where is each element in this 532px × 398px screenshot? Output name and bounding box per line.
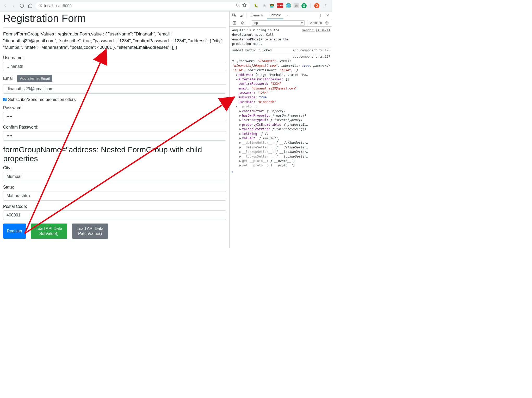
tab-overflow[interactable]: »	[284, 12, 291, 19]
console-sidebar-icon[interactable]	[231, 20, 238, 26]
add-alt-email-button[interactable]: Add alternet Email	[17, 75, 52, 82]
obj-prop[interactable]: email: "dinanathsj29@gmail.com"	[236, 86, 330, 91]
ext-g-icon[interactable]: G	[301, 3, 307, 8]
ext-dev-icon[interactable]: 👨‍💻	[269, 3, 274, 8]
url-port: :5000	[62, 3, 72, 8]
back-button[interactable]	[2, 3, 8, 9]
obj-prop[interactable]: ▶constructor: ƒ Object()	[239, 109, 330, 113]
reload-button[interactable]	[19, 3, 25, 9]
svg-point-6	[325, 7, 326, 7]
log-entry: submit button clicked app.component.ts:1…	[230, 48, 332, 54]
load-patchvalue-button[interactable]: Load API DataPatchValue()	[72, 224, 108, 239]
obj-prop-proto[interactable]: ▼__proto__:	[236, 104, 330, 109]
devtools-panel: Elements Console » ⋮ ✕ top ▾	[229, 11, 332, 248]
ext-globe-icon[interactable]: 🌐	[286, 3, 291, 8]
obj-prop[interactable]: userName: "Dinanath"	[236, 100, 330, 104]
obj-prop[interactable]: ▶get __proto__: ƒ __proto__()	[239, 159, 330, 163]
obj-prop[interactable]: ▶__defineGetter__: ƒ __defineGetter…	[239, 141, 330, 145]
obj-prop[interactable]: ▶address: {city: "Mumbai", state: "Ma…	[236, 73, 330, 77]
log-source-link[interactable]: app.component.ts:126	[291, 48, 331, 53]
svg-line-2	[239, 6, 239, 7]
obj-prop[interactable]: ▶__defineSetter__: ƒ __defineSetter…	[239, 145, 330, 150]
obj-prop[interactable]: ▶hasOwnProperty: ƒ hasOwnProperty()	[239, 113, 330, 118]
star-icon[interactable]	[242, 3, 247, 8]
load-setvalue-button[interactable]: Load API DataSetValue()	[31, 224, 67, 239]
postal-label: Postal Code:	[3, 204, 226, 209]
page-title: Registration Form	[3, 13, 226, 24]
postal-input[interactable]	[3, 210, 226, 220]
ext-worm-icon[interactable]: 🐛	[253, 3, 259, 8]
confirm-password-label: Confirm Password:	[3, 125, 226, 130]
zoom-icon[interactable]	[236, 3, 240, 8]
obj-prop[interactable]: ▶propertyIsEnumerable: ƒ propertyIs…	[239, 123, 330, 127]
page-content: Registration Form Forms/FormGroup Values…	[0, 11, 229, 248]
log-source-link[interactable]: vendor.js:34241	[300, 28, 330, 46]
obj-prop[interactable]: ▶__lookupGetter__: ƒ __lookupGetter…	[239, 150, 330, 154]
state-input[interactable]	[3, 191, 226, 201]
divider	[3, 27, 226, 28]
username-label: Username:	[3, 56, 226, 60]
register-button[interactable]: Register	[3, 224, 26, 239]
clear-console-icon[interactable]	[239, 20, 246, 26]
obj-prop[interactable]: ▶toString: ƒ ()	[239, 132, 330, 136]
console-toolbar: top ▾ 2 hidden	[230, 19, 332, 27]
address-bar[interactable]: ⓘ localhost:5000	[35, 2, 250, 10]
context-selector[interactable]: top ▾	[252, 20, 305, 26]
console-settings-icon[interactable]	[324, 20, 330, 26]
hidden-count[interactable]: 2 hidden	[310, 21, 322, 25]
console-prompt[interactable]: ›	[230, 169, 332, 175]
device-toggle-icon[interactable]	[238, 12, 245, 19]
devtools-close-icon[interactable]: ✕	[324, 12, 331, 19]
svg-point-13	[326, 22, 327, 23]
obj-prop[interactable]: ▶valueOf: ƒ valueOf()	[239, 136, 330, 141]
site-info-icon[interactable]: ⓘ	[39, 3, 42, 8]
city-input[interactable]	[3, 172, 226, 181]
password-input[interactable]	[3, 112, 226, 121]
subscribe-label: Subscribe/Send me promotion offers	[8, 97, 76, 102]
svg-rect-8	[240, 14, 242, 17]
ext-es-icon[interactable]: ES	[294, 3, 299, 8]
divider	[307, 20, 307, 26]
chrome-menu-button[interactable]	[322, 3, 328, 9]
inspect-element-icon[interactable]	[231, 12, 237, 19]
city-label: City:	[3, 166, 226, 170]
ext-cors-icon[interactable]: CORS	[277, 3, 283, 8]
devtools-tabs: Elements Console » ⋮ ✕	[230, 11, 332, 19]
obj-prop[interactable]: confirmPassword: "1234"	[236, 82, 330, 86]
password-label: Password:	[3, 106, 226, 110]
object-summary[interactable]: ▼ {userName: "Dinanath", email: "dinanat…	[232, 59, 330, 73]
browser-toolbar: ⓘ localhost:5000 🐛 ◎ 👨‍💻 CORS 🌐 ES G D	[0, 0, 332, 11]
profile-avatar[interactable]: D	[314, 3, 319, 8]
obj-prop[interactable]: ▶toLocaleString: ƒ toLocaleString()	[239, 127, 330, 131]
obj-prop[interactable]: ▶set __proto__: ƒ __proto__()	[239, 163, 330, 168]
ext-target-icon[interactable]: ◎	[261, 3, 267, 8]
svg-point-4	[325, 4, 326, 5]
obj-prop[interactable]: ▶alternateEmailAddresses: []	[236, 77, 330, 82]
extensions-row: 🐛 ◎ 👨‍💻 CORS 🌐 ES G D	[252, 3, 330, 9]
console-log: Angular is running in the development mo…	[230, 27, 332, 248]
svg-marker-3	[243, 3, 246, 7]
log-entry-object: app.component.ts:127 ▼ {userName: "Dinan…	[230, 54, 332, 169]
obj-prop[interactable]: subscribe: true	[236, 95, 330, 100]
email-label: Email:	[3, 76, 15, 81]
tab-console[interactable]: Console	[267, 12, 283, 19]
url-host: localhost	[44, 3, 60, 8]
nested-heading: formGroupName="address: Nested FormGroup…	[3, 145, 226, 163]
state-label: State:	[3, 185, 226, 190]
obj-prop[interactable]: password: "1234"	[236, 91, 330, 95]
form-value-dump: Forms/FormGroup Values : registrationFor…	[3, 31, 226, 51]
username-input[interactable]	[3, 62, 226, 71]
email-input[interactable]	[3, 84, 226, 94]
home-button[interactable]	[27, 3, 33, 9]
subscribe-checkbox[interactable]	[3, 98, 7, 101]
divider	[246, 13, 246, 18]
tab-elements[interactable]: Elements	[248, 12, 266, 19]
obj-prop[interactable]: ▶isPrototypeOf: ƒ isPrototypeOf()	[239, 118, 330, 122]
confirm-password-input[interactable]	[3, 131, 226, 141]
forward-button[interactable]	[10, 3, 17, 9]
devtools-menu-icon[interactable]: ⋮	[317, 12, 324, 19]
chevron-down-icon: ▾	[301, 21, 303, 25]
log-entry: Angular is running in the development mo…	[230, 28, 332, 48]
log-source-link[interactable]: app.component.ts:127	[291, 55, 331, 58]
obj-prop[interactable]: ▶__lookupSetter__: ƒ __lookupSetter…	[239, 154, 330, 159]
